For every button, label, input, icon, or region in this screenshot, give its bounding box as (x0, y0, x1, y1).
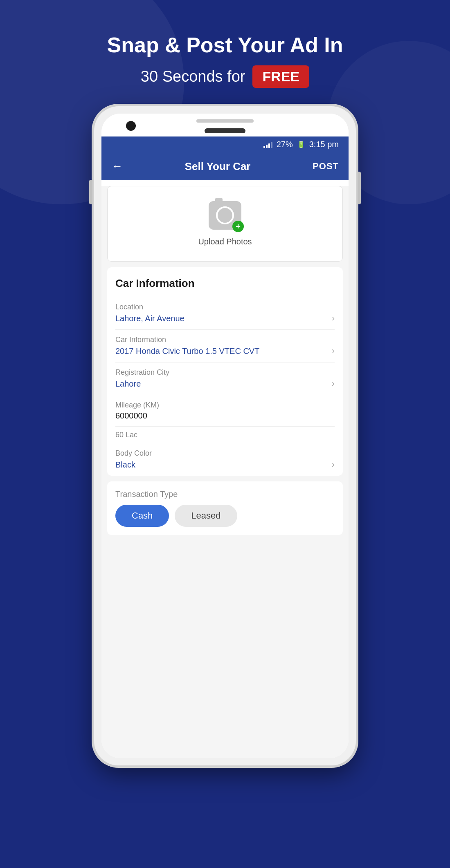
location-value-row: Lahore, Air Avenue › (115, 313, 335, 324)
body-color-label: Body Color (115, 449, 335, 458)
section-title: Car Information (115, 277, 335, 290)
hero-subtitle: 30 Seconds for FREE (0, 65, 450, 88)
location-chevron: › (332, 313, 335, 324)
car-info-row[interactable]: Car Information 2017 Honda Civic Turbo 1… (115, 330, 335, 362)
back-button[interactable]: ← (111, 160, 123, 173)
post-button[interactable]: POST (313, 161, 339, 172)
mileage-row: Mileage (KM) 6000000 (115, 395, 335, 427)
registration-city-value-row: Lahore › (115, 378, 335, 389)
app-title: Sell Your Car (185, 160, 251, 173)
price-label: 60 Lac (115, 431, 137, 439)
mileage-value-row: 6000000 (115, 411, 335, 421)
leased-button[interactable]: Leased (175, 505, 237, 527)
hero-section: Snap & Post Your Ad In 30 Seconds for FR… (0, 33, 450, 88)
location-row[interactable]: Location Lahore, Air Avenue › (115, 297, 335, 330)
transaction-title: Transaction Type (115, 490, 335, 499)
camera-top (215, 198, 223, 202)
plus-badge: + (232, 221, 244, 232)
cash-button[interactable]: Cash (115, 505, 169, 527)
free-badge: FREE (252, 65, 309, 88)
body-color-chevron: › (332, 459, 335, 470)
body-color-value: Black (115, 460, 135, 470)
body-color-row[interactable]: Body Color Black › (115, 443, 335, 476)
registration-city-chevron: › (332, 378, 335, 389)
phone-wrapper: 27% 🔋 3:15 pm ← Sell Your Car POST (94, 106, 356, 765)
car-info-value-row: 2017 Honda Civic Turbo 1.5 VTEC CVT › (115, 346, 335, 356)
hero-subtitle-prefix: 30 Seconds for (141, 68, 245, 85)
transaction-buttons: Cash Leased (115, 505, 335, 527)
car-info-label: Car Information (115, 336, 335, 344)
transaction-section: Transaction Type Cash Leased (107, 481, 343, 535)
upload-section[interactable]: + Upload Photos (107, 186, 343, 262)
battery-icon: 🔋 (297, 141, 305, 148)
app-header: ← Sell Your Car POST (101, 152, 349, 180)
location-label: Location (115, 303, 335, 311)
mileage-value: 6000000 (115, 411, 147, 421)
upload-label: Upload Photos (198, 237, 252, 246)
phone-inner: 27% 🔋 3:15 pm ← Sell Your Car POST (101, 114, 349, 758)
phone-speaker (196, 119, 254, 123)
registration-city-row[interactable]: Registration City Lahore › (115, 362, 335, 395)
location-value: Lahore, Air Avenue (115, 314, 184, 323)
battery-percent: 27% (277, 140, 293, 149)
content-area: + Upload Photos Car Information Location… (101, 186, 349, 758)
registration-city-label: Registration City (115, 368, 335, 377)
car-info-value: 2017 Honda Civic Turbo 1.5 VTEC CVT (115, 347, 259, 356)
hero-title: Snap & Post Your Ad In (0, 33, 450, 57)
phone-outer: 27% 🔋 3:15 pm ← Sell Your Car POST (94, 106, 356, 765)
registration-city-value: Lahore (115, 379, 141, 389)
phone-camera-circle (126, 121, 136, 131)
mileage-label: Mileage (KM) (115, 401, 335, 409)
body-color-value-row: Black › (115, 459, 335, 470)
car-info-section: Car Information Location Lahore, Air Ave… (107, 267, 343, 476)
phone-home-indicator (205, 128, 245, 133)
camera-icon-wrap: + (209, 201, 241, 230)
car-info-chevron: › (332, 346, 335, 356)
phone-top (101, 114, 349, 136)
status-bar: 27% 🔋 3:15 pm (101, 136, 349, 152)
signal-icon (263, 141, 272, 148)
price-row: 60 Lac (115, 427, 335, 443)
status-time: 3:15 pm (309, 140, 339, 149)
